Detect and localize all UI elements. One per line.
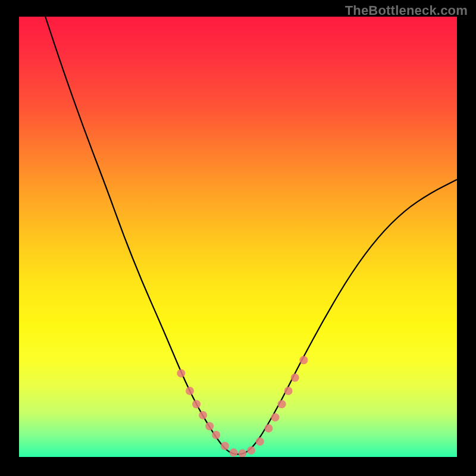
plot-area: [19, 17, 457, 457]
data-marker: [265, 424, 273, 433]
data-marker: [205, 422, 214, 430]
data-marker: [256, 437, 264, 446]
data-marker: [271, 413, 280, 421]
data-marker: [284, 387, 293, 395]
bottleneck-curve: [45, 17, 457, 454]
data-marker: [247, 446, 255, 455]
data-marker: [299, 356, 308, 364]
data-marker: [199, 411, 207, 419]
chart-frame: TheBottleneck.com: [0, 0, 476, 476]
data-marker: [212, 431, 220, 439]
data-marker: [192, 400, 201, 408]
marker-group: [177, 356, 308, 457]
data-marker: [238, 449, 246, 457]
curve-layer: [19, 17, 457, 457]
watermark-text: TheBottleneck.com: [345, 3, 468, 18]
data-marker: [177, 369, 185, 377]
data-marker: [291, 374, 299, 382]
data-marker: [230, 449, 238, 457]
data-marker: [221, 442, 229, 450]
data-marker: [278, 400, 286, 408]
data-marker: [186, 387, 194, 395]
